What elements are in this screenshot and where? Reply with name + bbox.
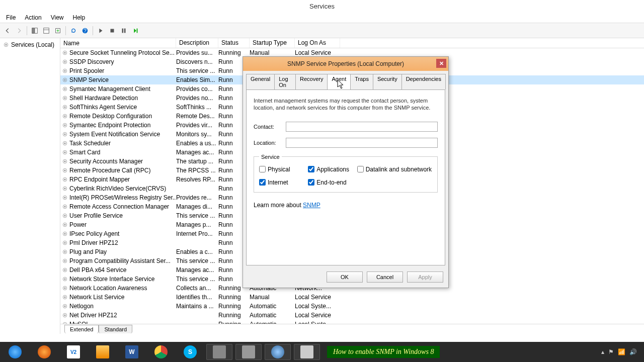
svg-point-22 — [64, 88, 66, 90]
col-header-logon[interactable]: Log On As — [295, 38, 340, 48]
gear-icon — [62, 294, 68, 300]
restart-service-button[interactable] — [130, 25, 141, 36]
service-desc: Manages di... — [176, 203, 218, 210]
stop-service-button[interactable] — [107, 25, 118, 36]
system-tray[interactable]: ▴ ⚑ 📶 🔊 — [601, 348, 642, 355]
gear-icon — [62, 176, 68, 183]
contact-input[interactable] — [286, 122, 438, 132]
menu-action[interactable]: Action — [21, 13, 45, 22]
taskbar-vnc[interactable]: V2 — [60, 344, 87, 360]
check-applications[interactable]: Applications — [308, 166, 355, 173]
location-input[interactable] — [286, 138, 438, 148]
dialog-close-button[interactable]: ✕ — [436, 59, 446, 68]
dialog-titlebar[interactable]: SNMP Service Properties (Local Computer)… — [243, 57, 448, 71]
taskbar-globe[interactable] — [265, 344, 291, 360]
tray-up-icon[interactable]: ▴ — [601, 348, 604, 355]
menu-help[interactable]: Help — [69, 13, 90, 22]
export-button[interactable] — [52, 25, 63, 36]
taskbar-chrome[interactable] — [148, 344, 174, 360]
tab-recovery[interactable]: Recovery — [295, 74, 328, 89]
service-startup: Automatic — [250, 312, 295, 319]
taskbar-services[interactable] — [294, 344, 320, 360]
service-fieldset: Service Physical Applications Datalink a… — [254, 154, 438, 193]
service-desc: SoftThinks ... — [176, 104, 218, 111]
contact-label: Contact: — [254, 124, 286, 130]
check-internet[interactable]: Internet — [259, 179, 306, 186]
service-row[interactable]: Net Driver HPZ12RunningAutomaticLocal Se… — [60, 311, 644, 320]
tab-extended[interactable]: Extended — [64, 325, 99, 333]
svg-point-50 — [64, 215, 66, 217]
tab-standard[interactable]: Standard — [99, 325, 132, 333]
col-header-name[interactable]: Name — [60, 38, 176, 48]
service-desc: Resolves RP... — [176, 176, 218, 183]
service-name: System Event Notification Service — [69, 131, 160, 138]
tab-security[interactable]: Security — [373, 74, 402, 89]
check-datalink[interactable]: Datalink and subnetwork — [357, 166, 432, 173]
check-endtoend[interactable]: End-to-end — [308, 179, 355, 186]
svg-point-18 — [64, 70, 66, 72]
svg-point-66 — [64, 288, 66, 289]
svg-point-56 — [64, 242, 66, 244]
svg-rect-10 — [137, 28, 138, 33]
start-service-button[interactable] — [95, 25, 106, 36]
gear-icon — [62, 303, 68, 309]
taskbar-ie[interactable] — [2, 344, 28, 360]
taskbar-camera[interactable] — [206, 344, 232, 360]
taskbar-word[interactable]: W — [119, 344, 145, 360]
network-icon[interactable]: 📶 — [618, 348, 625, 355]
help-button[interactable]: ? — [79, 25, 91, 36]
svg-point-70 — [64, 306, 66, 307]
menu-view[interactable]: View — [47, 13, 68, 22]
gear-icon — [62, 267, 68, 273]
toolbar-divider — [27, 26, 27, 35]
flag-icon[interactable]: ⚑ — [608, 348, 614, 355]
service-row[interactable]: MySQLRunningAutomaticLocal Syste... — [60, 320, 644, 324]
tab-agent[interactable]: Agent — [327, 74, 351, 89]
back-button[interactable] — [2, 25, 13, 36]
service-name: Netlogon — [69, 303, 94, 310]
gear-icon — [62, 249, 68, 255]
service-desc: Provides su... — [176, 49, 218, 56]
properties-button[interactable] — [41, 25, 52, 36]
gear-icon — [62, 68, 68, 74]
svg-point-62 — [64, 269, 66, 271]
forward-button[interactable] — [14, 25, 25, 36]
apply-button[interactable]: Apply — [407, 272, 443, 283]
col-header-description[interactable]: Description — [176, 38, 218, 48]
refresh-button[interactable] — [68, 25, 79, 36]
svg-point-38 — [64, 161, 66, 162]
taskbar-skype[interactable]: S — [177, 344, 203, 360]
learn-more-link[interactable]: SNMP — [303, 202, 320, 209]
menu-file[interactable]: File — [2, 13, 20, 22]
service-row[interactable]: NetlogonMaintains a ...RunningAutomaticL… — [60, 302, 644, 311]
toolbar-divider — [93, 26, 93, 35]
cancel-button[interactable]: Cancel — [367, 272, 403, 283]
tab-dependencies[interactable]: Dependencies — [401, 74, 446, 89]
tab-general[interactable]: General — [246, 74, 275, 89]
taskbar-firefox[interactable] — [31, 344, 57, 360]
col-header-status[interactable]: Status — [218, 38, 250, 48]
check-physical[interactable]: Physical — [259, 166, 306, 173]
gear-icon — [62, 167, 68, 173]
taskbar-explorer[interactable] — [90, 344, 116, 360]
tree-root-services[interactable]: Services (Local) — [2, 40, 58, 49]
svg-point-46 — [64, 197, 66, 199]
gear-icon — [62, 258, 68, 264]
pause-service-button[interactable] — [118, 25, 129, 36]
service-desc: This service ... — [176, 212, 218, 219]
service-row[interactable]: Network List ServiceIdentifies th...Runn… — [60, 293, 644, 302]
svg-point-58 — [64, 251, 66, 253]
volume-icon[interactable]: 🔊 — [629, 348, 637, 355]
svg-point-14 — [64, 52, 66, 54]
service-desc: Manages ac... — [176, 266, 218, 274]
col-header-startup[interactable]: Startup Type — [250, 38, 295, 48]
tab-logon[interactable]: Log On — [274, 74, 296, 89]
ok-button[interactable]: OK — [327, 272, 363, 283]
taskbar-app2[interactable] — [235, 344, 262, 360]
service-logon: Local Service — [295, 294, 340, 301]
gear-icon — [62, 285, 68, 291]
show-hide-tree-button[interactable] — [29, 25, 40, 36]
tab-traps[interactable]: Traps — [350, 74, 373, 89]
service-name: User Profile Service — [69, 212, 123, 219]
dialog-tabs: General Log On Recovery Agent Traps Secu… — [243, 71, 448, 89]
